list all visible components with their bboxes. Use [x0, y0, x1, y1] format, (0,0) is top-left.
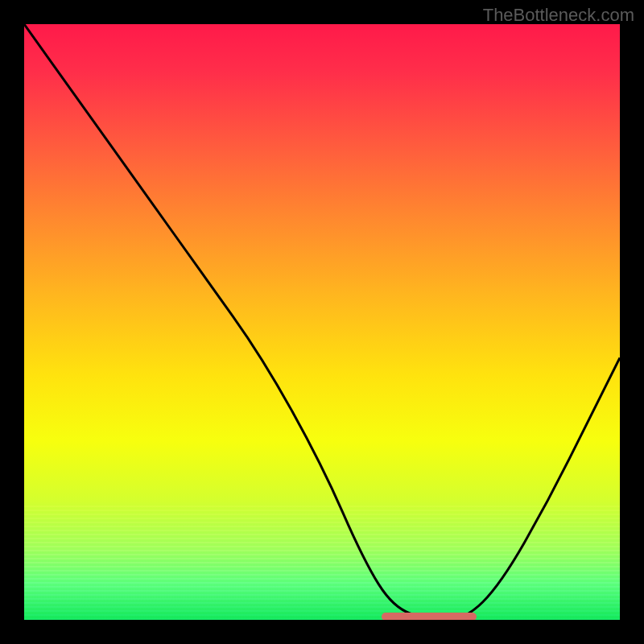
site-watermark: TheBottleneck.com [483, 5, 634, 26]
curve-layer [24, 24, 620, 620]
bottleneck-chart [24, 24, 620, 620]
optimal-region-marker [382, 613, 477, 620]
bottleneck-curve-path [24, 24, 620, 620]
